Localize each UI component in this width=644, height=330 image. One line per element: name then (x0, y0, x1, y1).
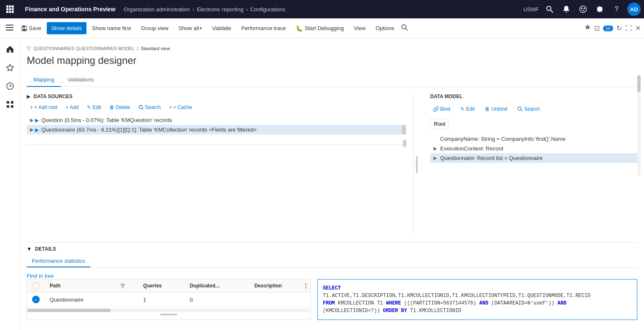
side-nav (0, 38, 20, 330)
right-scrollbar-thumb[interactable] (637, 75, 641, 92)
drag-handle[interactable] (403, 140, 406, 147)
dm-search-button[interactable]: Search (514, 104, 543, 114)
smiley-icon[interactable] (577, 3, 589, 15)
sql-line-3: (KMCOLLECTIONID=?)) (323, 308, 380, 314)
options-button[interactable]: Options (371, 22, 399, 34)
th-description: Description ⋮ (249, 279, 310, 292)
add-button[interactable]: + Add (62, 103, 82, 112)
refresh-icon[interactable]: ↻ (616, 24, 622, 32)
tree-item-type-icon-2: ▶ (35, 127, 39, 133)
cache-button[interactable]: + + Cache (166, 103, 195, 112)
tree-item-question[interactable]: ▶ ▶ Question (0.5ms - 0.07%): Table 'KMQ… (27, 115, 406, 125)
help-icon[interactable]: ? (611, 3, 622, 15)
content-area: ▽ QUESTIONNAIRES QUESTIONNAIRES MODEL | … (20, 38, 644, 330)
maximize-icon[interactable]: ⛶ (625, 25, 632, 32)
bind-button[interactable]: Bind (430, 104, 454, 114)
toolbar-right-icons: ⊡ 10 ↻ ⛶ ✕ (584, 24, 641, 32)
panel-splitter[interactable] (413, 94, 420, 236)
nav-favorites-icon[interactable] (3, 60, 18, 75)
filter-icon-th[interactable]: ▽ (121, 283, 124, 289)
cache-label: + Cache (173, 104, 192, 110)
unbind-button[interactable]: 🗑 Unbind (482, 104, 511, 114)
breadcrumb-electronic-reporting[interactable]: Electronic reporting (197, 6, 243, 13)
sql-where-clause: (((PARTITION=5637144576) (404, 300, 476, 306)
details-collapse-icon[interactable]: ▼ (27, 246, 32, 252)
svg-rect-0 (6, 5, 8, 8)
standard-view-label[interactable]: Standard view (141, 46, 170, 51)
dm-tree-item-questionnaire[interactable]: ▶ Questionnaire: Record list = Questionn… (430, 153, 637, 163)
waffle-icon[interactable] (3, 3, 17, 16)
app-title: Finance and Operations Preview (20, 6, 120, 13)
dm-item-3-label: Questionnaire: Record list = Questionnai… (440, 155, 543, 161)
table-drag-handle[interactable] (27, 312, 310, 317)
save-label: Save (29, 25, 41, 31)
scroll-thumb[interactable] (402, 125, 406, 135)
tab-performance-statistics[interactable]: Performance statistics (27, 255, 90, 267)
breadcrumb-sep: | (137, 46, 138, 51)
sql-order-clause: T1.KMCOLLECTIONID (410, 308, 461, 314)
nav-toggle-icon[interactable] (3, 21, 16, 35)
sql-and-clause-1: (DATAAREAID=N'usmf')) (491, 300, 554, 306)
nav-recent-icon[interactable] (3, 79, 18, 94)
h-scrollbar-thumb[interactable] (27, 309, 111, 312)
tree-item-questionnaire[interactable]: ▶ ▶ Questionnaire (63.7ms - 9.21%)[1][Q:… (27, 125, 406, 135)
dm-item-2-label: ExecutionContext: Record (440, 145, 503, 152)
close-icon[interactable]: ✕ (635, 24, 641, 32)
edit-button[interactable]: ✎ Edit (84, 103, 104, 112)
table-row[interactable]: ✓ Questionnaire 1 0 (27, 292, 310, 307)
tab-mapping[interactable]: Mapping (27, 73, 61, 87)
search-icon[interactable] (544, 3, 555, 15)
sql-panel: SELECT T1.ACTIVE,T1.DESCRIPTION,T1.KMCOL… (317, 279, 637, 320)
cache-icon: + (169, 104, 172, 110)
details-tab-bar: Performance statistics (27, 255, 637, 268)
svg-point-20 (402, 25, 406, 29)
data-sources-toggle[interactable]: ▶ (27, 94, 30, 99)
find-in-tree-link[interactable]: Find in tree (27, 273, 54, 279)
dm-tree-item-execution[interactable]: ▶ ExecutionContext: Record (430, 144, 637, 153)
bell-icon[interactable] (560, 3, 572, 15)
show-name-first-button[interactable]: Show name first (87, 22, 135, 34)
tab-validations[interactable]: Validations (61, 73, 101, 87)
header-check-icon[interactable] (32, 282, 40, 289)
th-more-icon[interactable]: ⋮ (303, 282, 309, 289)
nav-modules-icon[interactable] (3, 97, 18, 112)
performance-trace-label: Performance trace (241, 25, 286, 31)
dm-edit-button[interactable]: ✎ Edit (457, 104, 478, 114)
validate-button[interactable]: Validate (207, 22, 236, 34)
user-avatar[interactable]: AD (627, 3, 641, 16)
show-all-label: Show all (178, 25, 199, 31)
check-circle-icon: ✓ (32, 296, 40, 303)
add-root-label: + Add root (34, 104, 57, 110)
add-root-button[interactable]: + + Add root (27, 103, 61, 112)
th-queries: Queries (138, 279, 185, 292)
expand-icon-toolbar[interactable]: ⊡ (594, 24, 600, 32)
group-view-button[interactable]: Group view (137, 22, 173, 34)
show-details-button[interactable]: Show details (47, 22, 87, 34)
search-icon-toolbar[interactable] (401, 24, 408, 32)
pin-icon[interactable] (584, 24, 591, 32)
delete-button[interactable]: 🗑 Delete (106, 103, 134, 112)
sql-content: SELECT T1.ACTIVE,T1.DESCRIPTION,T1.KMCOL… (323, 284, 632, 315)
nav-home-icon[interactable] (3, 42, 18, 57)
search-button[interactable]: Search (135, 103, 164, 112)
performance-trace-button[interactable]: Performance trace (236, 22, 290, 34)
validate-label: Validate (212, 25, 231, 31)
svg-rect-7 (9, 11, 11, 13)
svg-rect-26 (11, 105, 13, 108)
right-panel: DATA MODEL Bind ✎ Edit 🗑 (420, 94, 637, 236)
breadcrumb-org-admin[interactable]: Organization administration (124, 6, 190, 13)
start-debugging-button[interactable]: 🐛 Start Debugging (291, 22, 348, 35)
save-button[interactable]: Save (17, 22, 46, 34)
settings-icon[interactable] (594, 3, 606, 15)
th-duplicated: Duplicated... (185, 279, 249, 292)
search-label: Search (145, 104, 161, 110)
breadcrumb-configurations[interactable]: Configurations (250, 6, 285, 13)
show-all-button[interactable]: Show all ▾ (174, 22, 206, 34)
link-icon (434, 107, 439, 112)
view-button[interactable]: View (349, 22, 370, 34)
sql-from-clause: KMCOLLECTION T1 (338, 300, 383, 306)
sql-select-keyword: SELECT (323, 285, 341, 291)
show-all-dropdown-icon[interactable]: ▾ (200, 26, 202, 30)
dm-tree-item-company[interactable]: CompanyName: String = CompanyInfo.'find(… (430, 134, 637, 144)
breadcrumb: Organization administration › Electronic… (124, 6, 285, 13)
